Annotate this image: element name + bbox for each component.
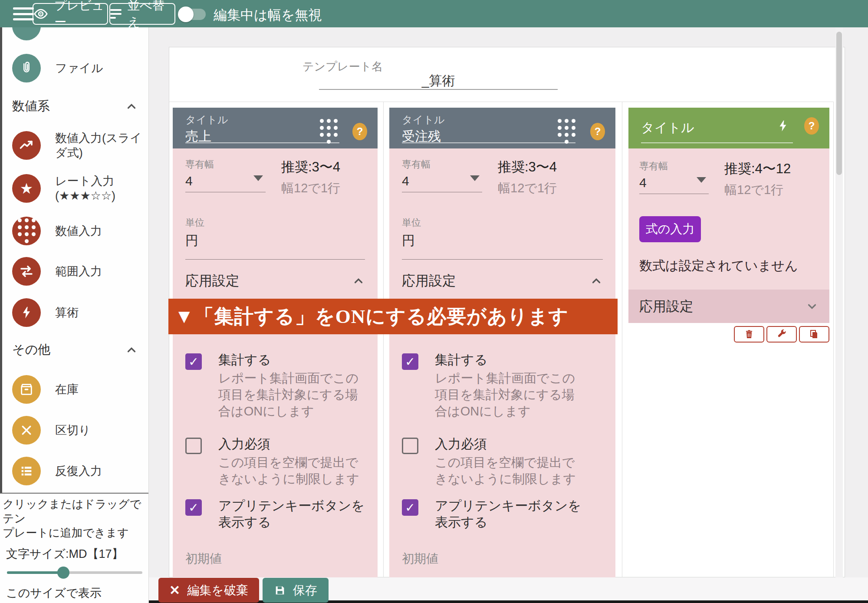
width-select[interactable]: 専有幅 4 [402,158,482,197]
help-icon[interactable]: ? [804,117,819,135]
aggregate-warning-banner: ▼「集計する」をONにする必要があります [168,299,618,334]
dialpad-icon [12,217,41,245]
sidebar-item-arithmetic[interactable]: 算術 [12,298,79,327]
checkbox-label: 入力必須 [218,436,365,452]
field-card-sales[interactable]: タイトル 売上 ? 専有幅 4 推奨:3〜4 幅12で1行 [173,108,378,577]
preview-button[interactable]: プレビュー [33,3,108,25]
initial-value-label: 初期値 [185,550,365,567]
sidebar-item-divider[interactable]: 区切り [12,416,91,445]
tenkey-checkbox[interactable]: ✓ [185,499,202,516]
checkbox-description: この項目を空欄で提出できないように制限します [218,454,365,487]
checkbox-label: 集計する [218,352,365,368]
discard-button[interactable]: ✕ 編集を破棄 [158,578,259,603]
trending-up-icon [12,131,41,160]
template-name-input[interactable]: _算術 [319,72,558,90]
clipped-item-icon [12,27,41,40]
hamburger-menu-icon[interactable] [13,7,34,20]
cell-divider [383,102,384,577]
field-card-arithmetic[interactable]: タイトル ? 専有幅 4 推奨:4〜12 幅12で1行 [628,108,829,343]
sidebar-section-numeric[interactable]: 数値系 [12,98,138,115]
bolt-icon [776,119,789,133]
sidebar-item-numeric[interactable]: 数値入力 [12,217,102,245]
sidebar-item-range[interactable]: 範囲入力 [12,257,102,286]
copy-icon [809,329,819,339]
slider-fill [7,571,63,574]
sidebar-item-stock[interactable]: 在庫 [12,375,79,404]
toggle-knob [178,7,194,22]
sidebar-item-label: ファイル [55,61,103,76]
aggregate-checkbox[interactable]: ✓ [185,353,202,370]
main-scrollbar[interactable] [835,27,843,577]
x-icon: ✕ [169,583,180,598]
swap-arrows-icon [12,257,41,286]
sidebar-item-label: 算術 [55,305,79,320]
top-toolbar: プレビュー 並べ替え 編集中は幅を無視 [0,0,868,27]
discard-label: 編集を破棄 [187,582,248,599]
advanced-label: 応用設定 [639,297,693,316]
card-body: 専有幅 4 推奨:3〜4 幅12で1行 単位 円 応用設定 タイトルの色 ✓ [389,148,615,577]
sidebar-scrollbar[interactable] [0,27,2,493]
help-icon[interactable]: ? [352,123,367,140]
help-icon[interactable]: ? [590,123,605,140]
advanced-settings-toggle[interactable]: 応用設定 [628,290,829,323]
tenkey-checkbox[interactable]: ✓ [402,499,418,516]
sort-label: 並べ替え [128,0,174,30]
width-select[interactable]: 専有幅 4 [185,158,266,197]
ignore-width-toggle[interactable] [181,9,206,20]
card-header: タイトル 売上 ? [173,108,378,148]
dropdown-caret-icon [470,175,480,181]
star-icon: ★ [12,174,41,203]
duplicate-button[interactable] [799,326,829,343]
advanced-settings-toggle[interactable]: 応用設定 [402,272,603,290]
checkbox-label: 集計する [435,352,585,368]
sort-button[interactable]: 並べ替え [109,3,175,25]
sidebar-section-others[interactable]: その他 [12,341,138,359]
bolt-icon [12,298,41,327]
sidebar-item-label: 数値入力(スライダ式) [55,131,142,160]
tenkey-option: ✓ アプリテンキーボタンを表示する [185,498,365,531]
advanced-settings-toggle[interactable]: 応用設定 [185,272,365,290]
grid-top-border [169,102,833,102]
checkbox-description: この項目を空欄で提出できないように制限します [435,454,585,487]
title-underline [641,142,793,143]
eye-icon [33,7,48,21]
sidebar-item-numeric-slider[interactable]: 数値入力(スライダ式) [12,131,142,160]
section-label: 数値系 [12,98,50,115]
sidebar-item-label: 範囲入力 [55,264,102,279]
dropdown-caret-icon [697,177,706,183]
settings-button[interactable] [766,326,797,343]
sidebar-item-repeat[interactable]: 反復入力 [12,457,102,485]
font-size-slider[interactable] [7,571,142,574]
unit-input[interactable]: 円 [185,232,365,260]
sidebar-item-rate[interactable]: ★ レート入力(★★★☆☆) [12,174,115,203]
width-label: 専有幅 [402,158,482,171]
width-select[interactable]: 専有幅 4 [639,160,709,199]
field-card-backlog[interactable]: タイトル 受注残 ? 専有幅 4 推奨:3〜4 幅12で1行 [389,108,615,577]
formula-input-button[interactable]: 式の入力 [639,216,701,242]
sidebar-item-label: レート入力(★★★☆☆) [55,174,115,203]
checkbox-description: レポート集計画面でこの項目を集計対象にする場合はONにします [435,370,585,419]
checkbox-label: 入力必須 [435,436,585,452]
required-checkbox[interactable] [185,438,202,454]
row-hint: 幅12で1行 [498,180,557,197]
required-checkbox[interactable] [402,438,418,454]
sidebar-item-file[interactable]: ファイル [12,54,103,82]
initial-value-label: 初期値 [402,550,603,567]
unit-input[interactable]: 円 [402,232,603,260]
advanced-label: 応用設定 [402,272,456,290]
dialpad-icon [319,119,338,144]
row-hint: 幅12で1行 [281,180,340,197]
trash-icon [744,329,754,339]
delete-button[interactable] [734,326,764,343]
sidebar-bottom-panel: クリックまたはドラッグでテンプレートに追加できます 文字サイズ:MD【17】 こ… [0,493,148,603]
card-header: タイトル 受注残 ? [389,108,615,148]
title-underline [185,142,339,143]
slider-thumb[interactable] [57,567,69,579]
save-button[interactable]: 保存 [263,578,329,603]
app-window: プレビュー 並べ替え 編集中は幅を無視 ファイル 数値系 数値入力(スライダ式) [0,0,868,603]
list-icon [12,457,41,485]
aggregate-checkbox[interactable]: ✓ [402,353,418,370]
sidebar-item-label: 在庫 [55,382,79,397]
close-x-icon [12,416,41,445]
paperclip-icon [12,54,41,82]
